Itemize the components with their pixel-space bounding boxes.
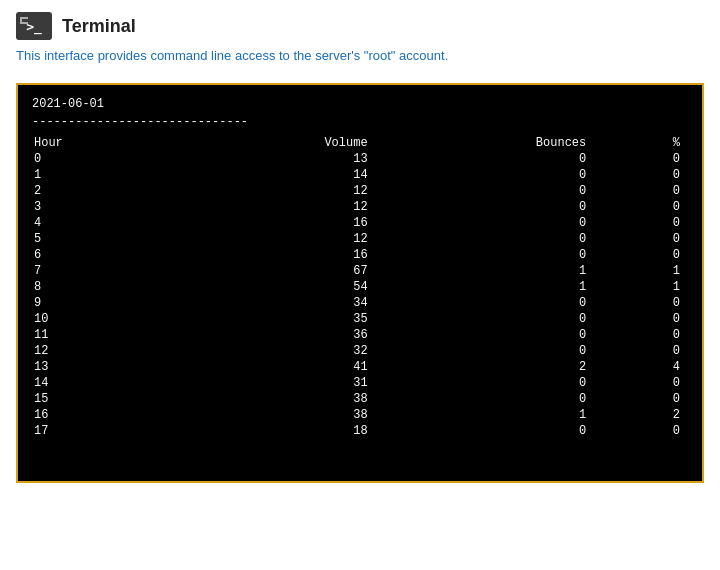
table-cell: 0: [594, 391, 688, 407]
table-cell: 9: [32, 295, 188, 311]
table-cell: 7: [32, 263, 188, 279]
table-row: 171800: [32, 423, 688, 439]
table-cell: 13: [188, 151, 375, 167]
table-cell: 11: [32, 327, 188, 343]
table-cell: 0: [376, 311, 595, 327]
table-cell: 12: [188, 183, 375, 199]
table-cell: 6: [32, 247, 188, 263]
terminal-date: 2021-06-01: [32, 97, 688, 111]
table-cell: 0: [594, 215, 688, 231]
table-cell: 4: [32, 215, 188, 231]
table-cell: 41: [188, 359, 375, 375]
table-cell: 1: [376, 279, 595, 295]
table-cell: 14: [188, 167, 375, 183]
app-subtitle: This interface provides command line acc…: [0, 46, 720, 75]
table-row: 01300: [32, 151, 688, 167]
table-cell: 0: [376, 423, 595, 439]
table-row: 41600: [32, 215, 688, 231]
table-cell: 2: [376, 359, 595, 375]
table-cell: 36: [188, 327, 375, 343]
terminal-prompt-symbol: >_: [26, 19, 42, 34]
table-row: 134124: [32, 359, 688, 375]
table-cell: 0: [376, 167, 595, 183]
table-row: 143100: [32, 375, 688, 391]
table-row: 21200: [32, 183, 688, 199]
table-row: 85411: [32, 279, 688, 295]
table-cell: 0: [376, 327, 595, 343]
table-row: 31200: [32, 199, 688, 215]
table-cell: 1: [376, 407, 595, 423]
table-cell: 0: [594, 151, 688, 167]
col-volume: Volume: [188, 135, 375, 151]
table-cell: 15: [32, 391, 188, 407]
col-hour: Hour: [32, 135, 188, 151]
table-cell: 0: [376, 391, 595, 407]
table-row: 61600: [32, 247, 688, 263]
table-cell: 0: [376, 199, 595, 215]
table-cell: 38: [188, 407, 375, 423]
table-cell: 17: [32, 423, 188, 439]
table-cell: 0: [594, 183, 688, 199]
table-cell: 1: [594, 263, 688, 279]
table-cell: 0: [376, 231, 595, 247]
table-header-row: Hour Volume Bounces %: [32, 135, 688, 151]
table-cell: 0: [594, 423, 688, 439]
table-cell: 0: [376, 151, 595, 167]
table-cell: 10: [32, 311, 188, 327]
table-cell: 0: [376, 183, 595, 199]
table-row: 123200: [32, 343, 688, 359]
table-cell: 16: [32, 407, 188, 423]
table-cell: 38: [188, 391, 375, 407]
table-row: 93400: [32, 295, 688, 311]
col-percent: %: [594, 135, 688, 151]
table-cell: 0: [376, 295, 595, 311]
table-cell: 0: [594, 375, 688, 391]
table-cell: 2: [594, 407, 688, 423]
terminal-output[interactable]: 2021-06-01 -----------------------------…: [16, 83, 704, 483]
table-row: 76711: [32, 263, 688, 279]
terminal-icon: >_: [16, 12, 52, 40]
table-cell: 31: [188, 375, 375, 391]
table-row: 163812: [32, 407, 688, 423]
table-cell: 4: [594, 359, 688, 375]
data-table: Hour Volume Bounces % 013001140021200312…: [32, 135, 688, 439]
table-row: 51200: [32, 231, 688, 247]
table-cell: 67: [188, 263, 375, 279]
table-cell: 12: [188, 199, 375, 215]
table-cell: 35: [188, 311, 375, 327]
table-cell: 0: [594, 231, 688, 247]
col-bounces: Bounces: [376, 135, 595, 151]
table-cell: 34: [188, 295, 375, 311]
terminal-separator: ------------------------------: [32, 115, 688, 129]
table-cell: 0: [376, 247, 595, 263]
table-row: 103500: [32, 311, 688, 327]
table-row: 153800: [32, 391, 688, 407]
table-cell: 0: [376, 375, 595, 391]
table-row: 11400: [32, 167, 688, 183]
app-title: Terminal: [62, 16, 136, 37]
table-cell: 0: [594, 311, 688, 327]
table-cell: 0: [594, 295, 688, 311]
table-cell: 8: [32, 279, 188, 295]
table-cell: 2: [32, 183, 188, 199]
table-cell: 16: [188, 215, 375, 231]
table-cell: 0: [594, 327, 688, 343]
table-cell: 12: [188, 231, 375, 247]
table-cell: 1: [376, 263, 595, 279]
table-cell: 0: [594, 343, 688, 359]
table-row: 113600: [32, 327, 688, 343]
table-cell: 0: [32, 151, 188, 167]
table-cell: 0: [376, 215, 595, 231]
table-cell: 13: [32, 359, 188, 375]
table-cell: 3: [32, 199, 188, 215]
table-cell: 5: [32, 231, 188, 247]
table-cell: 1: [32, 167, 188, 183]
table-cell: 0: [594, 167, 688, 183]
table-cell: 0: [376, 343, 595, 359]
app-header: >_ Terminal: [0, 0, 720, 46]
table-cell: 0: [594, 247, 688, 263]
table-cell: 12: [32, 343, 188, 359]
table-cell: 0: [594, 199, 688, 215]
table-cell: 14: [32, 375, 188, 391]
table-cell: 54: [188, 279, 375, 295]
